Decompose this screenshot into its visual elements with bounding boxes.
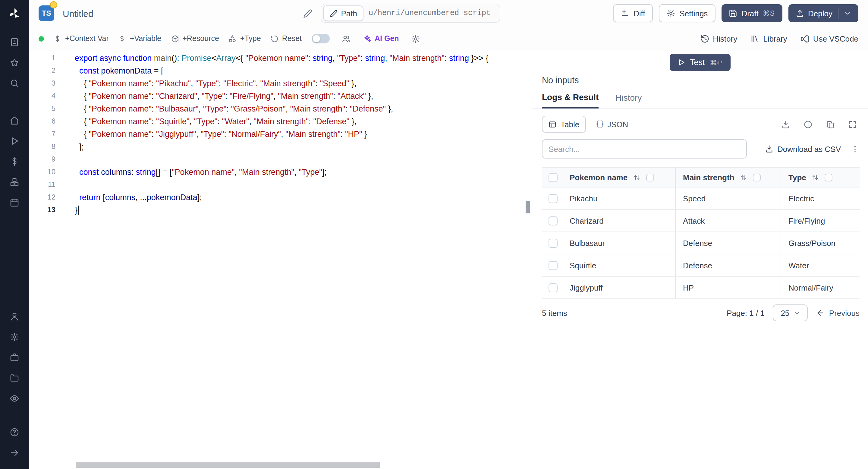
path-control: Path u/henri/unencumbered_script bbox=[320, 4, 500, 23]
chevron-down-icon bbox=[794, 310, 800, 316]
download-csv-button[interactable]: Download as CSV bbox=[765, 145, 841, 153]
row-checkbox[interactable] bbox=[548, 261, 557, 270]
sidebar-play-icon[interactable] bbox=[5, 132, 24, 150]
sort-icon[interactable] bbox=[740, 173, 747, 181]
editor-gutter: 12345678910111213 bbox=[29, 52, 75, 469]
column-toggle-checkbox[interactable] bbox=[825, 173, 833, 181]
table-row[interactable]: JigglypuffHPNormal/Fairy bbox=[542, 277, 860, 299]
path-button[interactable]: Path bbox=[323, 5, 364, 21]
toolbar-use-vscode-button[interactable]: Use VSCode bbox=[801, 34, 858, 43]
column-header-main-strength[interactable]: Main strength bbox=[675, 167, 781, 187]
toolbar-history-button[interactable]: History bbox=[700, 34, 737, 43]
test-button[interactable]: Test ⌘↵ bbox=[670, 54, 731, 71]
sidebar-calendar-icon[interactable] bbox=[5, 193, 24, 212]
toolbar-reset-button[interactable]: Reset bbox=[271, 34, 302, 43]
sidebar-apps-icon[interactable] bbox=[5, 33, 24, 51]
code-line: { "Pokemon name": "Bulbasaur", "Type": "… bbox=[75, 102, 532, 115]
table-footer: 5 items Page: 1 / 1 25 Previous bbox=[542, 299, 860, 327]
sort-icon[interactable] bbox=[633, 173, 641, 181]
download-result-button[interactable] bbox=[779, 117, 793, 131]
toolbar-type-button[interactable]: +Type bbox=[229, 34, 261, 43]
tab-logs-and-result[interactable]: Logs & Result bbox=[542, 92, 598, 108]
table-cell: Bulbasaur bbox=[564, 232, 675, 254]
editor-code[interactable]: export async function main(): Promise<Ar… bbox=[75, 52, 532, 469]
sidebar-search-icon[interactable] bbox=[5, 74, 24, 92]
table-row[interactable]: CharizardAttackFire/Flying bbox=[542, 210, 860, 232]
code-line: ]; bbox=[75, 140, 532, 153]
test-button-label: Test bbox=[690, 58, 705, 67]
editor-settings-button[interactable] bbox=[409, 32, 423, 45]
row-checkbox[interactable] bbox=[548, 283, 557, 292]
table-row[interactable]: SquirtleDefenseWater bbox=[542, 254, 860, 277]
row-checkbox[interactable] bbox=[548, 239, 557, 247]
tab-history[interactable]: History bbox=[615, 93, 642, 108]
result-panel: Test ⌘↵ No inputs Logs & Result History bbox=[532, 51, 868, 469]
sparkles-icon bbox=[363, 34, 371, 43]
code-line: { "Pokemon name": "Jigglypuff", "Type": … bbox=[75, 128, 532, 140]
line-number: 8 bbox=[29, 140, 56, 153]
column-header-type[interactable]: Type bbox=[781, 167, 860, 187]
search-input[interactable] bbox=[542, 139, 747, 159]
sidebar-dollar-icon[interactable] bbox=[5, 153, 24, 170]
sidebar-help-icon[interactable] bbox=[5, 423, 24, 441]
sort-icon[interactable] bbox=[812, 173, 819, 181]
expand-result-button[interactable] bbox=[846, 117, 860, 131]
toolbar-context-var-button[interactable]: +Context Var bbox=[54, 34, 109, 43]
copy-result-button[interactable] bbox=[824, 117, 837, 131]
json-view-button[interactable]: {} JSON bbox=[592, 120, 632, 129]
column-toggle-checkbox[interactable] bbox=[753, 173, 761, 181]
diff-button[interactable]: Diff bbox=[613, 4, 653, 22]
table-row[interactable]: PikachuSpeedElectric bbox=[542, 187, 860, 210]
table-row[interactable]: BulbasaurDefenseGrass/Poison bbox=[542, 232, 860, 254]
code-editor[interactable]: 12345678910111213 export async function … bbox=[29, 51, 532, 469]
toggle-knob bbox=[313, 35, 320, 42]
sidebar-boxes-icon[interactable] bbox=[5, 173, 24, 191]
previous-page-button[interactable]: Previous bbox=[816, 308, 860, 317]
result-info-button[interactable] bbox=[801, 117, 815, 131]
toolbar-variable-button[interactable]: +Variable bbox=[119, 34, 161, 43]
select-all-checkbox[interactable] bbox=[548, 173, 557, 182]
sidebar-gear-icon[interactable] bbox=[5, 328, 24, 346]
table-cell: Pikachu bbox=[564, 187, 675, 209]
draft-button[interactable]: Draft ⌘S bbox=[721, 4, 782, 22]
ai-gen-button[interactable]: AI Gen bbox=[363, 34, 399, 43]
sidebar-arrow-right-icon[interactable] bbox=[5, 444, 24, 462]
column-toggle-checkbox[interactable] bbox=[646, 173, 654, 181]
toolbar-library-button[interactable]: Library bbox=[750, 34, 787, 43]
row-checkbox[interactable] bbox=[548, 194, 557, 203]
deploy-button[interactable]: Deploy bbox=[788, 4, 858, 22]
sidebar-eye-icon[interactable] bbox=[5, 389, 24, 408]
table-cell: HP bbox=[675, 277, 781, 299]
page-size-select[interactable]: 25 bbox=[773, 305, 808, 321]
draft-shortcut: ⌘S bbox=[763, 9, 775, 18]
settings-button[interactable]: Settings bbox=[659, 4, 715, 22]
result-actions bbox=[779, 117, 860, 131]
sidebar-user-icon[interactable] bbox=[5, 307, 24, 325]
editor-toolbar: +Context Var+Variable+Resource+TypeReset… bbox=[29, 27, 868, 51]
script-path-value[interactable]: u/henri/unencumbered_script bbox=[369, 9, 498, 18]
edit-title-button[interactable] bbox=[301, 6, 314, 20]
save-icon bbox=[729, 9, 737, 18]
line-number: 6 bbox=[29, 115, 56, 128]
code-line: return [columns, ...pokemonData]; bbox=[75, 191, 532, 204]
sidebar-folder-icon[interactable] bbox=[5, 369, 24, 387]
collaborators-button[interactable] bbox=[339, 32, 353, 45]
table-cell: Electric bbox=[781, 187, 860, 209]
table-view-button[interactable]: Table bbox=[542, 116, 586, 133]
editor-horizontal-scrollbar[interactable] bbox=[76, 462, 380, 468]
sidebar-star-icon[interactable] bbox=[5, 54, 24, 72]
deploy-divider bbox=[838, 8, 838, 19]
sidebar-briefcase-icon[interactable] bbox=[5, 348, 24, 367]
json-view-label: JSON bbox=[607, 120, 628, 129]
toolbar-resource-button[interactable]: +Resource bbox=[171, 34, 219, 43]
diff-mode-toggle[interactable] bbox=[311, 34, 330, 43]
table-cell: Squirtle bbox=[564, 254, 675, 276]
sidebar-home-icon[interactable] bbox=[5, 112, 24, 130]
table-cell: Speed bbox=[675, 187, 781, 209]
windmill-logo-icon[interactable] bbox=[6, 5, 23, 22]
more-options-button[interactable] bbox=[850, 145, 860, 153]
row-checkbox[interactable] bbox=[548, 216, 557, 225]
table-cell: Attack bbox=[675, 210, 781, 231]
column-header-pokemon-name[interactable]: Pokemon name bbox=[564, 167, 675, 187]
status-dot-icon bbox=[38, 36, 44, 41]
